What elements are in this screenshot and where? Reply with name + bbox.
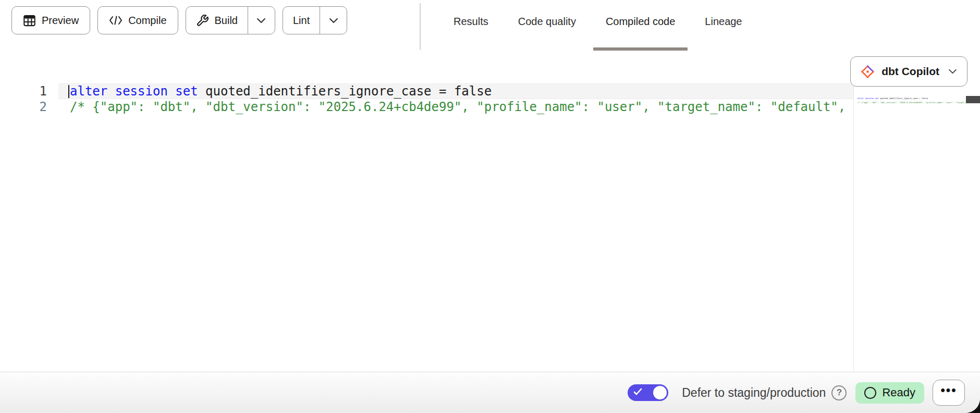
tab-lineage[interactable]: Lineage [692, 0, 754, 51]
status-badge[interactable]: Ready [855, 382, 924, 404]
wrench-icon [196, 14, 209, 27]
defer-label: Defer to staging/production [682, 386, 826, 400]
lint-button[interactable]: Lint [283, 7, 320, 34]
code-lines: 1alter session set quoted_identifiers_ig… [0, 83, 853, 115]
compile-button[interactable]: Compile [97, 6, 178, 34]
compiled-code-editor[interactable]: 1alter session set quoted_identifiers_ig… [0, 78, 853, 372]
chevron-down-icon [256, 18, 266, 23]
line-number: 2 [0, 99, 47, 115]
question-circle-icon[interactable]: ? [831, 385, 847, 400]
table-icon [23, 14, 36, 27]
lint-dropdown-button[interactable] [320, 7, 347, 34]
dbt-copilot-button[interactable]: dbt Copilot [850, 56, 967, 87]
tab-results[interactable]: Results [441, 0, 501, 51]
chevron-down-icon [948, 69, 957, 74]
chevron-down-icon [329, 18, 338, 23]
editor-minimap[interactable]: alter session set quoted_identifiers_ign… [853, 78, 980, 372]
text-cursor [68, 85, 69, 98]
check-icon [633, 388, 642, 396]
results-panel-tabs: ResultsCode qualityCompiled codeLineage [441, 0, 755, 51]
build-button[interactable]: Build [186, 7, 248, 34]
status-badge-label: Ready [882, 386, 915, 399]
dbt-logo-icon [861, 65, 875, 79]
minimap-code-preview: alter session set quoted_identifiers_ign… [858, 96, 980, 105]
lint-split-button: Lint [283, 6, 347, 34]
line-number: 1 [0, 83, 47, 99]
lint-button-label: Lint [293, 15, 310, 27]
code-text: /* {"app": "dbt", "dbt_version": "2025.6… [47, 99, 853, 115]
code-text: alter session set quoted_identifiers_ign… [47, 83, 492, 99]
editor-header: Preview Compile [0, 0, 980, 78]
help-symbol: ? [837, 387, 842, 398]
status-bar: Defer to staging/production ? Ready ••• [0, 372, 980, 413]
toggle-knob [653, 386, 667, 399]
compile-button-label: Compile [128, 15, 166, 27]
build-dropdown-button[interactable] [248, 7, 275, 34]
preview-button-label: Preview [42, 15, 79, 27]
defer-toggle[interactable] [628, 384, 668, 401]
dbt-ide-window: Preview Compile [0, 0, 980, 413]
dbt-copilot-label: dbt Copilot [881, 65, 939, 78]
preview-button[interactable]: Preview [11, 6, 90, 34]
build-button-label: Build [215, 15, 238, 27]
ellipsis-icon: ••• [940, 384, 957, 396]
scrollbar-thumb[interactable] [966, 96, 980, 103]
circle-outline-icon [864, 387, 876, 399]
tab-code-quality[interactable]: Code quality [506, 0, 589, 51]
code-line: 1alter session set quoted_identifiers_ig… [0, 83, 853, 99]
code-line: 2/* {"app": "dbt", "dbt_version": "2025.… [0, 99, 853, 115]
build-split-button: Build [186, 6, 275, 34]
code-brackets-icon [109, 15, 123, 26]
tab-compiled-code[interactable]: Compiled code [593, 0, 688, 51]
toolbar-tabs-divider [420, 3, 421, 50]
overflow-menu-button[interactable]: ••• [933, 380, 965, 406]
toolbar: Preview Compile [11, 6, 347, 34]
